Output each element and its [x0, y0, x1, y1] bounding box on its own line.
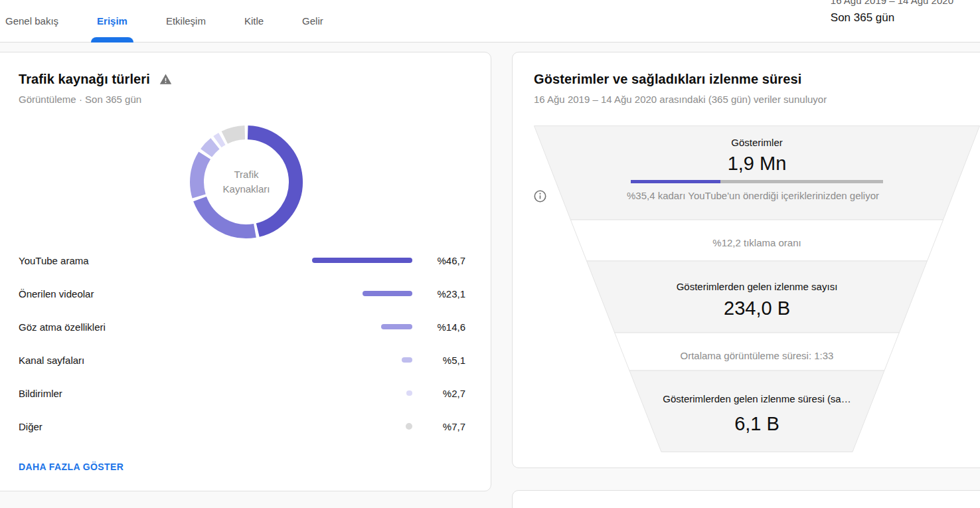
traffic-source-bar: [306, 390, 412, 396]
traffic-source-bar: [306, 291, 412, 296]
traffic-source-value: %2,7: [412, 388, 465, 399]
tab-erisim[interactable]: Erişim: [97, 0, 127, 42]
traffic-source-row: YouTube arama %46,7: [19, 244, 465, 277]
traffic-source-row: Göz atma özellikleri %14,6: [19, 310, 465, 343]
progressbar-fill: [631, 180, 720, 183]
impressions-source-progressbar: [631, 180, 883, 183]
watch-time-value: 6,1 B: [534, 412, 980, 435]
traffic-source-label: Önerilen videolar: [19, 288, 306, 299]
traffic-donut-chart: Trafik Kaynakları: [180, 116, 313, 248]
traffic-source-value: %23,1: [412, 288, 465, 299]
traffic-source-label: Diğer: [19, 421, 306, 432]
impressions-value: 1,9 Mn: [534, 152, 980, 175]
date-range-selector[interactable]: 16 Ağu 2019 – 14 Ağu 2020 Son 365 gün: [831, 0, 953, 23]
avg-view-duration-label: Ortalama görüntüleme süresi: 1:33: [534, 350, 980, 361]
traffic-source-value: %5,1: [412, 355, 465, 366]
traffic-sources-card: Trafik kaynağı türleri Görüntüleme · Son…: [0, 52, 491, 491]
traffic-source-value: %14,6: [412, 321, 465, 333]
donut-segment: [206, 143, 215, 153]
tab-kitle[interactable]: Kitle: [244, 0, 264, 42]
traffic-source-label: Kanal sayfaları: [19, 355, 306, 366]
traffic-source-row: Önerilen videolar %23,1: [19, 277, 465, 310]
views-from-impressions-label: Gösterimlerden gelen izlenme sayısı: [534, 281, 980, 292]
traffic-source-row: Diğer %7,7: [19, 410, 465, 443]
traffic-card-subtitle: Görüntüleme · Son 365 gün: [19, 94, 491, 105]
funnel-card-subtitle: 16 Ağu 2019 – 14 Ağu 2020 arasındaki (36…: [534, 94, 980, 105]
next-card-partial: [512, 490, 980, 508]
traffic-source-label: Bildirimler: [19, 388, 306, 399]
traffic-source-bar: [306, 324, 412, 329]
donut-segment: [197, 155, 205, 196]
traffic-source-list: YouTube arama %46,7 Önerilen videolar %2…: [19, 244, 465, 443]
traffic-source-row: Bildirimler %2,7: [19, 377, 465, 410]
ctr-label: %12,2 tıklama oranı: [534, 237, 980, 248]
views-from-impressions-value: 234,0 B: [534, 297, 980, 319]
traffic-card-title: Trafik kaynağı türleri: [19, 72, 150, 87]
traffic-source-bar: [306, 258, 412, 263]
traffic-source-label: YouTube arama: [19, 255, 306, 266]
tab-etkilesim[interactable]: Etkileşim: [166, 0, 206, 42]
donut-segment: [217, 139, 222, 141]
impressions-funnel-card: Gösterimler ve sağladıkları izlenme süre…: [512, 52, 980, 468]
impressions-label: Gösterimler: [534, 137, 980, 148]
donut-segment: [224, 133, 245, 138]
tab-genel-bakis[interactable]: Genel bakış: [5, 0, 58, 42]
traffic-source-value: %46,7: [412, 255, 465, 266]
warning-triangle-icon[interactable]: [159, 73, 172, 86]
traffic-source-value: %7,7: [412, 421, 465, 432]
traffic-source-row: Kanal sayfaları %5,1: [19, 343, 465, 377]
tab-gelir[interactable]: Gelir: [302, 0, 323, 42]
donut-center-label: Trafik Kaynakları: [214, 167, 278, 197]
donut-segment: [200, 199, 255, 232]
traffic-source-label: Göz atma özellikleri: [19, 321, 306, 333]
traffic-source-bar: [306, 423, 412, 430]
analytics-tab-bar: Genel bakış Erişim Etkileşim Kitle Gelir…: [0, 0, 980, 42]
impressions-caption: %35,4 kadarı YouTube'un önerdiği içerikl…: [627, 190, 879, 201]
impressions-funnel-chart: Gösterimler 1,9 Mn %35,4 kadarı YouTube'…: [534, 126, 980, 452]
show-more-link[interactable]: DAHA FAZLA GÖSTER: [19, 462, 123, 472]
date-range-preset: Son 365 gün: [831, 12, 953, 23]
funnel-card-title: Gösterimler ve sağladıkları izlenme süre…: [534, 72, 801, 87]
traffic-source-bar: [306, 357, 412, 363]
watch-time-label: Gösterimlerden gelen izlenme süresi (sa…: [534, 393, 980, 404]
date-range-text: 16 Ağu 2019 – 14 Ağu 2020: [831, 0, 953, 5]
